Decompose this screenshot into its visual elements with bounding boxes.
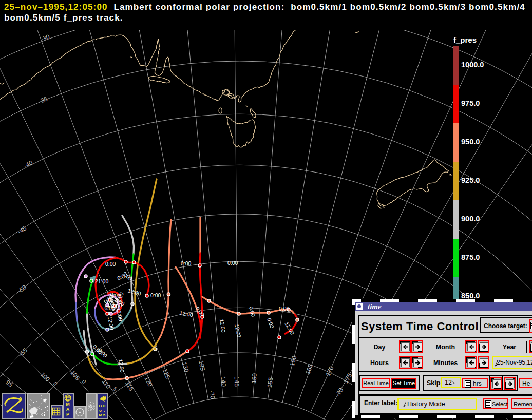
svg-text:160: 160: [289, 355, 298, 367]
svg-text:0: 0: [103, 404, 106, 408]
svg-text:-35: -35: [37, 95, 49, 105]
svg-text:0:00: 0:00: [117, 272, 128, 281]
svg-text:125: 125: [161, 368, 172, 380]
svg-text:0: 0: [81, 378, 88, 385]
svg-text:-55: -55: [17, 347, 29, 358]
svg-text:150: 150: [250, 373, 258, 384]
svg-text:130: 130: [181, 361, 191, 373]
svg-text:B: B: [99, 404, 102, 408]
svg-text:12:00: 12:00: [219, 319, 227, 333]
svg-text:12:00: 12:00: [234, 323, 242, 338]
svg-text:-70: -70: [208, 390, 217, 400]
svg-text:175: 175: [342, 372, 353, 385]
svg-text:0:00: 0:00: [248, 306, 257, 317]
svg-text:P: P: [66, 412, 69, 417]
svg-text:0:00: 0:00: [279, 306, 290, 312]
svg-text:145: 145: [233, 376, 240, 387]
svg-text:0:00: 0:00: [181, 260, 192, 266]
svg-text:.: .: [104, 408, 105, 413]
svg-text:A: A: [66, 407, 70, 412]
svg-text:-50: -50: [16, 283, 28, 295]
svg-text:0:00: 0:00: [150, 292, 161, 298]
svg-text:-30: -30: [40, 33, 50, 43]
svg-text:95: 95: [4, 378, 14, 388]
svg-text:165: 165: [304, 363, 314, 375]
svg-text:21:00: 21:00: [95, 278, 108, 284]
svg-text:135: 135: [197, 360, 206, 372]
svg-text:-40: -40: [23, 159, 34, 170]
svg-text:o: o: [99, 408, 102, 413]
svg-text:5: 5: [103, 413, 106, 417]
svg-text:0:00: 0:00: [266, 317, 275, 329]
svg-text:155: 155: [266, 377, 275, 388]
svg-text:115: 115: [124, 380, 135, 392]
svg-text:140: 140: [219, 376, 227, 387]
svg-text:12:00: 12:00: [179, 310, 194, 318]
svg-text:170: 170: [324, 365, 335, 377]
svg-text:M: M: [66, 402, 70, 407]
svg-text:0:00: 0:00: [105, 261, 116, 267]
svg-text:12:00: 12:00: [118, 359, 126, 373]
svg-text:100: 100: [39, 371, 51, 383]
svg-text:M: M: [99, 413, 102, 417]
svg-text:0:00: 0:00: [227, 260, 238, 266]
svg-text:-70: -70: [334, 387, 345, 398]
